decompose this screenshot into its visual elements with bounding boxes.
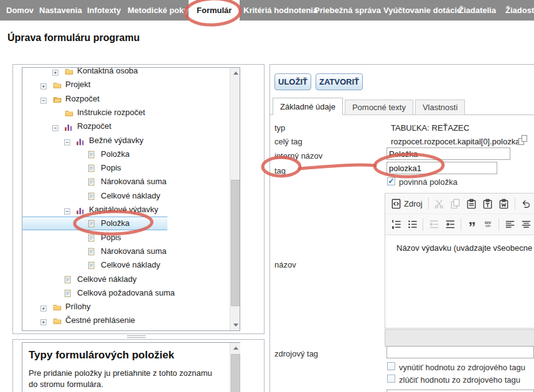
expand-icon[interactable]: [40, 303, 47, 310]
tree-item-label: Položka: [101, 217, 129, 230]
nav-item--iadatelia[interactable]: Žiadatelia: [459, 0, 496, 21]
align-left-icon[interactable]: [503, 217, 517, 232]
tree-item-pr-lohy[interactable]: Prílohy: [22, 300, 230, 314]
tree-item-popis[interactable]: Popis: [22, 231, 230, 245]
collapse-icon[interactable]: [40, 95, 47, 102]
nav-item-priebe-n-spr-va[interactable]: Priebežná správa: [314, 0, 381, 21]
tree-item-celkov-n-klady[interactable]: Celkové náklady: [22, 273, 230, 286]
tree-item-label: Prílohy: [65, 300, 90, 314]
field-label-typ: typ: [274, 123, 285, 133]
tree-item-rozpo-et[interactable]: Rozpočet: [22, 119, 230, 133]
field-label-tag: tag: [274, 166, 286, 175]
align-center-icon[interactable]: [519, 217, 533, 232]
interny-nazov-input[interactable]: [386, 147, 510, 160]
tree-item-polo-ka[interactable]: Položka: [22, 147, 230, 161]
nav-item-infotexty[interactable]: Infotexty: [87, 0, 121, 21]
tree-item-polo-ka[interactable]: Položka: [22, 217, 167, 230]
tree-item-label: Bežné výdavky: [89, 134, 143, 147]
tree-item-celkov-po-adovan-suma[interactable]: Celková požadovaná suma: [22, 286, 230, 300]
field-label-zdrojovy-tag: zdrojový tag: [274, 349, 318, 358]
paste-icon[interactable]: [465, 196, 479, 211]
expand-icon[interactable]: [40, 81, 47, 88]
expand-icon[interactable]: [40, 317, 47, 324]
nav-item-metodick-pokyny[interactable]: Metodické pokyny: [128, 0, 198, 21]
expand-icon[interactable]: [52, 67, 59, 74]
palette-description: Pre pridanie položky ju pretiahnite z to…: [29, 368, 215, 390]
nav-item-formul-r[interactable]: Formulár: [189, 0, 240, 21]
list-numbered-icon[interactable]: [389, 217, 403, 232]
tree-item-be-n-v-davky[interactable]: Bežné výdavky: [22, 134, 230, 147]
tree-item-label: Projekt: [65, 78, 90, 91]
tree-scrollbar-thumb[interactable]: [231, 180, 240, 306]
nav-item-vy-tovanie-dot-cie[interactable]: Vyúčtovanie dotácie: [383, 0, 461, 21]
tree-item-kapit-lov-v-davky[interactable]: Kapitálové výdavky: [22, 203, 230, 217]
panel-splitter-handle[interactable]: [127, 334, 146, 338]
tree-item-popis[interactable]: Popis: [22, 161, 230, 175]
palette-scrollbar-thumb[interactable]: [231, 354, 240, 392]
zdrojovy-tag-input[interactable]: [386, 346, 534, 358]
tree-scrollbar[interactable]: [230, 68, 240, 330]
close-button[interactable]: ZATVORIŤ: [316, 73, 363, 90]
tree-item-label: Celková požadovaná suma: [77, 286, 175, 300]
collapse-icon[interactable]: [64, 137, 71, 144]
tree-item-in-trukcie-rozpo-et[interactable]: Inštrukcie rozpočet: [22, 106, 230, 119]
rte-content-area[interactable]: Názov výdavku (uvádzajte všeobecne: [385, 235, 534, 329]
povinna-polozka-label: povinná položka: [399, 177, 457, 187]
paste-word-icon[interactable]: [497, 196, 511, 211]
tree-item-rozpo-et[interactable]: Rozpočet: [22, 92, 230, 106]
zlucit-checkbox[interactable]: ✓: [387, 375, 395, 383]
indent-icon[interactable]: [443, 217, 457, 232]
toolbar-separator: [515, 197, 515, 210]
tree-item-kontaktn-osoba[interactable]: Kontaktná osoba: [22, 67, 230, 78]
tab-vlastnosti[interactable]: Vlastnosti: [415, 100, 465, 115]
form-tree: Kontaktná osobaProjektRozpočetInštrukcie…: [22, 67, 240, 331]
collapse-icon[interactable]: [52, 123, 59, 129]
tree-item--estn-prehl-senie[interactable]: Čestné prehlásenie: [22, 314, 230, 327]
tag-input[interactable]: [386, 162, 497, 174]
form-tree-panel: Kontaktná osobaProjektRozpočetInštrukcie…: [12, 64, 265, 334]
tree-item-label: Celkové náklady: [77, 273, 136, 286]
tree-item-label: Rozpočet: [65, 92, 100, 106]
nav-item-domov[interactable]: Domov: [6, 0, 34, 21]
nav-item-krit-ri-hodnotenia[interactable]: Kritériá hodnotenia: [243, 0, 317, 21]
tree-scroll-down-icon[interactable]: [230, 320, 240, 330]
top-nav-bar: DomovNastaveniaInfotextyMetodické pokyny…: [0, 0, 534, 21]
save-button[interactable]: ULOŽIŤ: [274, 73, 311, 90]
palette-scrollbar[interactable]: [230, 343, 240, 392]
povinna-polozka-checkbox[interactable]: ✓: [387, 177, 395, 185]
tree-scroll-up-icon[interactable]: [230, 68, 240, 78]
tree-item-projekt[interactable]: Projekt: [22, 78, 230, 91]
tree-item-label: Kapitálové výdavky: [89, 203, 158, 217]
list-bulleted-icon[interactable]: [405, 217, 419, 232]
tree-item-label: Celkové náklady: [101, 258, 160, 272]
page-title: Úprava formuláru programu: [7, 32, 139, 44]
source-icon[interactable]: Zdroj: [389, 196, 424, 211]
tab-z-kladn-daje[interactable]: Základné údaje: [273, 98, 343, 115]
tree-item-celkov-n-klady[interactable]: Celkové náklady: [22, 189, 230, 203]
tree-item-celkov-n-klady[interactable]: Celkové náklady: [22, 258, 230, 272]
tree-item-n-rokovan-suma[interactable]: Nárokovaná suma: [22, 175, 230, 189]
tree-item-label: Popis: [101, 231, 121, 245]
outdent-icon: [427, 217, 441, 232]
copy-tag-icon[interactable]: [518, 135, 527, 145]
toolbar-separator: [428, 197, 429, 210]
collapse-icon[interactable]: [64, 206, 71, 213]
palette-scroll-up-icon[interactable]: [230, 343, 241, 353]
tree-item-label: Položka: [101, 147, 129, 161]
paste-text-icon[interactable]: [481, 196, 495, 211]
tree-item-n-rokovan-suma[interactable]: Nárokovaná suma: [22, 245, 230, 258]
toolbar-separator: [499, 218, 499, 231]
tree-item-label: Popis: [101, 161, 121, 175]
tab-pomocn-texty[interactable]: Pomocné texty: [345, 100, 413, 115]
tree-item-label: Inštrukcie rozpočet: [77, 106, 145, 119]
undo-icon[interactable]: [519, 196, 533, 211]
div-container-icon[interactable]: DIV</>: [481, 217, 495, 232]
rte-text: Názov výdavku (uvádzajte všeobecne: [396, 243, 532, 253]
clipped-bottom-input[interactable]: [386, 390, 534, 392]
tree-item-label: Rozpočet: [77, 119, 111, 133]
rte-elements-path-bar: [385, 329, 534, 347]
nav-item-nastavenia[interactable]: Nastavenia: [39, 0, 82, 21]
blockquote-icon[interactable]: ”: [465, 217, 479, 232]
vynutit-checkbox[interactable]: ✓: [387, 362, 395, 370]
nav-item--iadosti[interactable]: Žiadosti: [505, 0, 534, 21]
